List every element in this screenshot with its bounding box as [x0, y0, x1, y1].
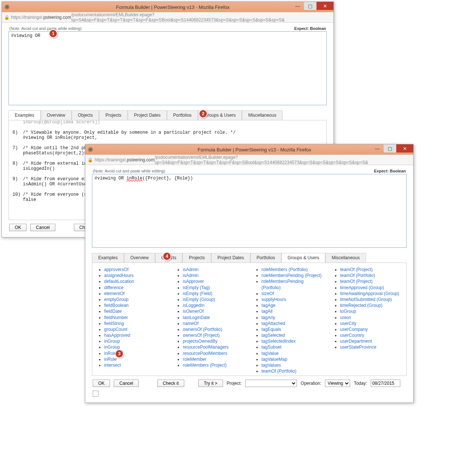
function-link[interactable]: fieldDate: [104, 309, 121, 314]
tab-projectdates[interactable]: Project Dates: [128, 110, 167, 120]
function-link[interactable]: userDepartment: [340, 339, 372, 344]
function-link[interactable]: projectsOwnedBy: [183, 339, 218, 344]
function-link[interactable]: tagAge: [261, 303, 275, 308]
function-link[interactable]: userCountry: [340, 333, 364, 338]
function-link[interactable]: tagSubset: [261, 345, 281, 350]
function-link[interactable]: timeNotSubmitted (Group): [340, 297, 392, 302]
close-button[interactable]: ✕: [396, 144, 413, 153]
checkit-button[interactable]: Check it: [157, 380, 184, 387]
tryit-button[interactable]: Try it >: [198, 380, 223, 387]
tab-examples[interactable]: Examples: [8, 110, 41, 120]
function-link[interactable]: nameOf: [183, 321, 199, 326]
function-link[interactable]: roleMember: [183, 357, 206, 362]
tab-misc[interactable]: Miscellaneous: [325, 253, 366, 263]
operation-combo[interactable]: Viewing: [325, 380, 350, 387]
cancel-button[interactable]: Cancel: [114, 380, 138, 387]
function-link[interactable]: tagAttached: [261, 321, 285, 326]
lock-icon: 🔒: [4, 15, 10, 20]
function-link[interactable]: userCompany: [340, 327, 368, 332]
tab-overview[interactable]: Overview: [124, 253, 155, 263]
calendar-icon[interactable]: [93, 391, 99, 397]
function-link[interactable]: timeApproved (Group): [340, 285, 384, 290]
function-link[interactable]: roleMembersPending (Project): [261, 273, 322, 278]
function-link[interactable]: isAdmin: [183, 267, 199, 272]
function-link[interactable]: timeAwaitingApproval (Group): [340, 291, 399, 296]
function-link[interactable]: isAdmin: [183, 273, 199, 278]
close-button[interactable]: ✕: [316, 2, 333, 10]
tab-projectdates[interactable]: Project Dates: [211, 253, 250, 263]
tab-examples[interactable]: Examples: [92, 253, 124, 263]
maximize-button[interactable]: ▢: [304, 2, 316, 10]
function-link[interactable]: toGroup: [340, 309, 356, 314]
ok-button[interactable]: OK: [93, 380, 110, 387]
function-link[interactable]: hasApproved: [104, 333, 130, 338]
function-link[interactable]: resourcePoolManagers: [183, 345, 229, 350]
project-combo[interactable]: [245, 380, 297, 387]
function-link[interactable]: fieldString: [104, 321, 124, 326]
function-link[interactable]: groupCount: [104, 327, 127, 332]
function-link[interactable]: fieldBoolean: [104, 303, 129, 308]
function-link[interactable]: userCity: [340, 321, 356, 326]
cancel-button[interactable]: Cancel: [30, 224, 55, 231]
tab-projects[interactable]: Projects: [99, 110, 127, 120]
function-link[interactable]: userStateProvince: [340, 345, 376, 350]
function-link[interactable]: assignedHours: [104, 273, 134, 278]
address-bar-2[interactable]: 🔒 https://trainingxl.psteering.com/psdoc…: [85, 155, 413, 165]
tab-projects[interactable]: Projects: [182, 253, 211, 263]
ok-button[interactable]: OK: [9, 224, 27, 231]
formula-editor-2[interactable]: #viewing OR inRole({Project}, {Role}): [92, 174, 407, 248]
function-link[interactable]: timeRejected (Group): [340, 303, 383, 308]
function-link[interactable]: resourcePoolMembers: [183, 351, 227, 356]
function-link[interactable]: roleMembers (Portfolio): [261, 267, 308, 272]
function-link[interactable]: teamOf (Project): [340, 267, 373, 272]
function-link[interactable]: defaultLocation: [104, 279, 134, 284]
function-link[interactable]: isEmpty (Tag): [183, 285, 210, 290]
maximize-button[interactable]: ▢: [384, 144, 396, 153]
tab-overview[interactable]: Overview: [41, 110, 72, 120]
function-link[interactable]: inGroup: [104, 339, 120, 344]
function-link[interactable]: teamOf (Project): [340, 279, 373, 284]
tab-objects[interactable]: Objects: [72, 110, 99, 120]
function-link[interactable]: roleMembers (Project): [183, 363, 227, 368]
function-link[interactable]: lastLoginDate: [183, 315, 210, 320]
tab-misc[interactable]: Miscellaneous: [242, 110, 282, 120]
function-link[interactable]: union: [340, 315, 351, 320]
tab-groupsusers[interactable]: Groups & Users: [281, 253, 325, 263]
function-link[interactable]: tagValues: [261, 363, 281, 368]
function-link[interactable]: inGroup: [104, 345, 120, 350]
function-link[interactable]: ownersOf (Portfolio): [183, 327, 222, 332]
function-link[interactable]: difference: [104, 285, 123, 290]
formula-editor-1[interactable]: #viewing OR: [8, 31, 327, 105]
function-link[interactable]: tagEquals: [261, 327, 281, 332]
function-link[interactable]: intersect: [104, 363, 121, 368]
url-host: psteering.com: [43, 15, 71, 20]
function-link[interactable]: elementOf: [104, 291, 124, 296]
today-input[interactable]: [371, 380, 400, 387]
function-link[interactable]: approversOf: [104, 267, 129, 272]
function-link[interactable]: isLoggedIn: [183, 303, 205, 308]
function-link[interactable]: tagValue: [261, 351, 278, 356]
function-link[interactable]: isApprover: [183, 279, 204, 284]
function-link[interactable]: isOwnerOf: [183, 309, 204, 314]
function-link[interactable]: sizeOf: [261, 291, 274, 296]
function-link[interactable]: tagAll: [261, 309, 273, 314]
function-link[interactable]: tagSelectedIndex: [261, 339, 296, 344]
function-link[interactable]: inRole: [104, 357, 117, 362]
function-link[interactable]: supplyHours: [261, 297, 286, 302]
function-link[interactable]: teamOf (Portfolio): [340, 273, 375, 278]
function-link[interactable]: roleMembersPending (Portfolio): [261, 279, 304, 290]
function-link[interactable]: tagSelected: [261, 333, 285, 338]
address-bar-1[interactable]: 🔒 https://trainingxl.psteering.com/psdoc…: [2, 12, 333, 23]
function-link[interactable]: isEmpty (Group): [183, 297, 215, 302]
function-link[interactable]: ownersOf (Project): [183, 333, 220, 338]
minimize-button[interactable]: —: [291, 2, 304, 10]
function-link[interactable]: teamOf (Portfolio): [261, 369, 297, 374]
function-link[interactable]: isEmpty (Field): [183, 291, 212, 296]
function-link[interactable]: tagAny: [261, 315, 275, 320]
tab-portfolios[interactable]: Portfolios: [250, 253, 281, 263]
function-link[interactable]: tagValueMap: [261, 357, 287, 362]
tab-portfolios[interactable]: Portfolios: [167, 110, 198, 120]
minimize-button[interactable]: —: [371, 144, 384, 153]
function-link[interactable]: fieldNumber: [104, 315, 128, 320]
function-link[interactable]: emptyGroup: [104, 297, 129, 302]
